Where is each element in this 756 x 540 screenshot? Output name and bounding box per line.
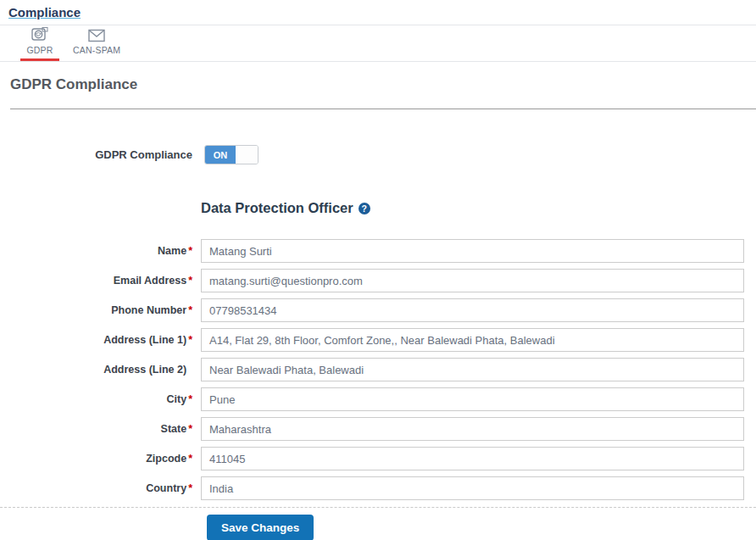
form-field-row: Country* bbox=[0, 476, 756, 500]
zipcode-input[interactable] bbox=[201, 447, 744, 470]
gdpr-compliance-toggle[interactable]: ON bbox=[204, 145, 258, 164]
section-divider bbox=[10, 109, 756, 109]
tab-gdpr-label: GDPR bbox=[26, 45, 53, 55]
required-asterisk: * bbox=[188, 245, 192, 257]
name-label: Name* bbox=[0, 245, 197, 257]
toggle-on-label: ON bbox=[205, 146, 236, 164]
tab-gdpr[interactable]: GDPR bbox=[20, 25, 59, 61]
form-field-row: Email Address* bbox=[0, 269, 756, 292]
form-field-row: Address (Line 2)* bbox=[0, 358, 756, 381]
address2-label: Address (Line 2)* bbox=[0, 364, 197, 376]
state-input[interactable] bbox=[201, 417, 744, 441]
phone-label: Phone Number* bbox=[0, 304, 197, 316]
footer-divider bbox=[0, 507, 756, 508]
required-asterisk: * bbox=[188, 423, 192, 435]
form-field-row: Address (Line 1)* bbox=[0, 328, 756, 352]
save-changes-button[interactable]: Save Changes bbox=[207, 515, 314, 540]
gdpr-compliance-toggle-row: GDPR Compliance ON bbox=[0, 145, 756, 164]
page-title: GDPR Compliance bbox=[10, 76, 756, 93]
form-field-row: Phone Number* bbox=[0, 298, 756, 322]
envelope-icon bbox=[86, 28, 107, 43]
gdpr-badge-icon bbox=[31, 26, 49, 43]
form-field-row: City* bbox=[0, 387, 756, 411]
city-label: City* bbox=[0, 393, 197, 405]
required-asterisk: * bbox=[188, 393, 192, 405]
gdpr-compliance-toggle-label: GDPR Compliance bbox=[0, 148, 204, 161]
form-field-row: State* bbox=[0, 417, 756, 441]
required-asterisk: * bbox=[188, 453, 192, 465]
zipcode-label: Zipcode* bbox=[0, 453, 197, 465]
dpo-form: Name* Email Address* Phone Number* Addre… bbox=[0, 239, 756, 500]
address2-input[interactable] bbox=[201, 358, 744, 381]
page-header: Compliance bbox=[0, 0, 756, 25]
address1-label: Address (Line 1)* bbox=[0, 334, 197, 346]
country-input[interactable] bbox=[201, 476, 744, 500]
city-input[interactable] bbox=[201, 387, 744, 411]
phone-input[interactable] bbox=[201, 298, 744, 322]
required-asterisk: * bbox=[188, 275, 192, 287]
dpo-heading-row: Data Protection Officer ? bbox=[201, 200, 756, 216]
compliance-tab-bar: GDPR CAN-SPAM bbox=[0, 25, 756, 62]
required-asterisk: * bbox=[188, 304, 192, 316]
required-asterisk: * bbox=[188, 334, 192, 346]
address1-input[interactable] bbox=[201, 328, 744, 352]
dpo-section-title: Data Protection Officer bbox=[201, 200, 353, 216]
tab-can-spam[interactable]: CAN-SPAM bbox=[71, 25, 122, 61]
required-asterisk: * bbox=[188, 482, 192, 494]
name-input[interactable] bbox=[201, 239, 744, 263]
form-field-row: Zipcode* bbox=[0, 447, 756, 470]
toggle-knob bbox=[236, 146, 258, 164]
email-input[interactable] bbox=[201, 269, 744, 292]
breadcrumb-compliance-link[interactable]: Compliance bbox=[8, 5, 81, 19]
form-field-row: Name* bbox=[0, 239, 756, 263]
state-label: State* bbox=[0, 423, 197, 435]
tab-can-spam-label: CAN-SPAM bbox=[73, 45, 120, 55]
email-label: Email Address* bbox=[0, 275, 197, 287]
question-mark-icon[interactable]: ? bbox=[359, 203, 370, 214]
country-label: Country* bbox=[0, 482, 197, 494]
